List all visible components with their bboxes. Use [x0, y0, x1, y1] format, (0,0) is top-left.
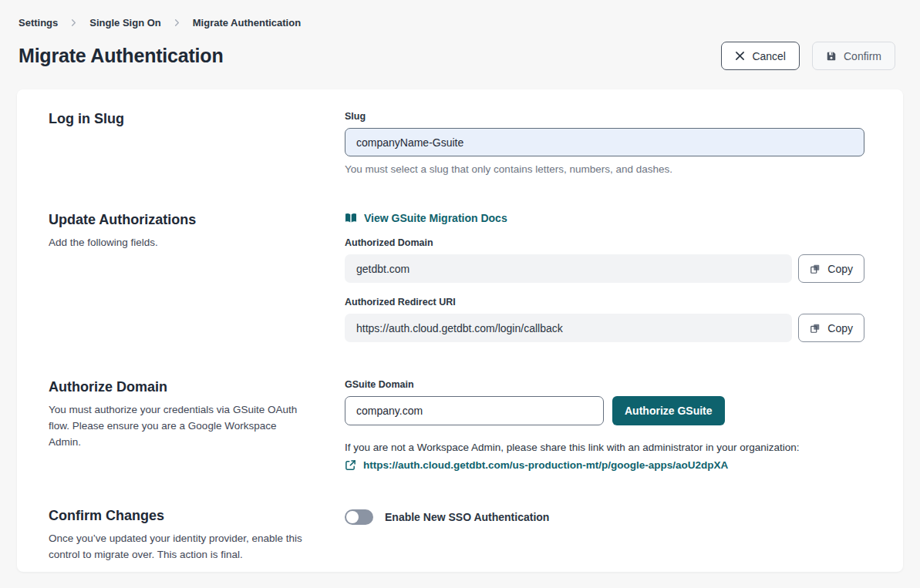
external-link-icon: [345, 459, 356, 471]
section-subtitle-update-authorizations: Add the following fields.: [49, 235, 311, 251]
section-heading-update-authorizations: Update Authorizations: [49, 212, 311, 228]
authorized-domain-label: Authorized Domain: [345, 237, 864, 248]
book-icon: [345, 213, 357, 223]
section-heading-login-slug: Log in Slug: [49, 111, 311, 127]
header-actions: Cancel Confirm: [721, 42, 895, 70]
gsuite-domain-input[interactable]: [345, 396, 604, 425]
breadcrumb-item-current: Migrate Authentication: [193, 17, 301, 29]
section-subtitle-authorize-domain: You must authorize your credentials via …: [49, 402, 311, 451]
section-update-authorizations: Update Authorizations Add the following …: [49, 212, 864, 342]
section-heading-confirm-changes: Confirm Changes: [49, 508, 311, 524]
cancel-button-label: Cancel: [752, 50, 786, 62]
copy-button-label: Copy: [827, 322, 853, 334]
workspace-admin-note: If you are not a Workspace Admin, please…: [345, 442, 864, 453]
confirm-button[interactable]: Confirm: [812, 42, 895, 70]
section-login-slug: Log in Slug Slug You must select a slug …: [49, 111, 864, 175]
authorized-redirect-uri-label: Authorized Redirect URI: [345, 297, 864, 307]
section-confirm-changes: Confirm Changes Once you’ve updated your…: [49, 508, 864, 563]
section-heading-authorize-domain: Authorize Domain: [49, 379, 311, 395]
copy-authorized-domain-button[interactable]: Copy: [798, 254, 864, 283]
copy-button-label: Copy: [827, 263, 853, 275]
breadcrumb-item-single-sign-on[interactable]: Single Sign On: [89, 17, 160, 29]
section-subtitle-confirm-changes: Once you’ve updated your identity provid…: [49, 531, 311, 563]
slug-input[interactable]: [345, 128, 864, 156]
chevron-right-icon: [173, 18, 181, 27]
top-bar: Settings Single Sign On Migrate Authenti…: [0, 0, 920, 70]
chevron-right-icon: [69, 18, 78, 27]
section-authorize-domain: Authorize Domain You must authorize your…: [49, 379, 864, 471]
gsuite-migration-docs-link[interactable]: View GSuite Migration Docs: [345, 212, 507, 224]
breadcrumb-item-settings[interactable]: Settings: [19, 17, 58, 29]
enable-sso-toggle[interactable]: [345, 509, 373, 525]
settings-card: Log in Slug Slug You must select a slug …: [17, 89, 903, 572]
gsuite-domain-label: GSuite Domain: [345, 379, 864, 390]
cancel-button[interactable]: Cancel: [721, 42, 800, 70]
authorized-redirect-uri-value: https://auth.cloud.getdbt.com/login/call…: [345, 314, 792, 342]
slug-label: Slug: [345, 111, 864, 122]
confirm-button-label: Confirm: [844, 50, 881, 62]
breadcrumb: Settings Single Sign On Migrate Authenti…: [19, 17, 895, 29]
authorized-domain-value: getdbt.com: [345, 254, 792, 283]
enable-sso-toggle-label: Enable New SSO Authentication: [385, 511, 549, 523]
save-icon: [826, 51, 837, 62]
toggle-knob: [346, 511, 359, 523]
copy-icon: [810, 323, 821, 334]
copy-icon: [810, 264, 821, 274]
gsuite-migration-docs-link-label: View GSuite Migration Docs: [364, 212, 507, 224]
copy-redirect-uri-button[interactable]: Copy: [798, 314, 864, 342]
page-title: Migrate Authentication: [19, 45, 224, 67]
x-icon: [735, 51, 745, 61]
authorize-gsuite-button[interactable]: Authorize GSuite: [612, 396, 725, 425]
admin-share-link[interactable]: https://auth.cloud.getdbt.com/us-product…: [363, 459, 728, 471]
slug-helper-text: You must select a slug that only contain…: [345, 163, 864, 175]
